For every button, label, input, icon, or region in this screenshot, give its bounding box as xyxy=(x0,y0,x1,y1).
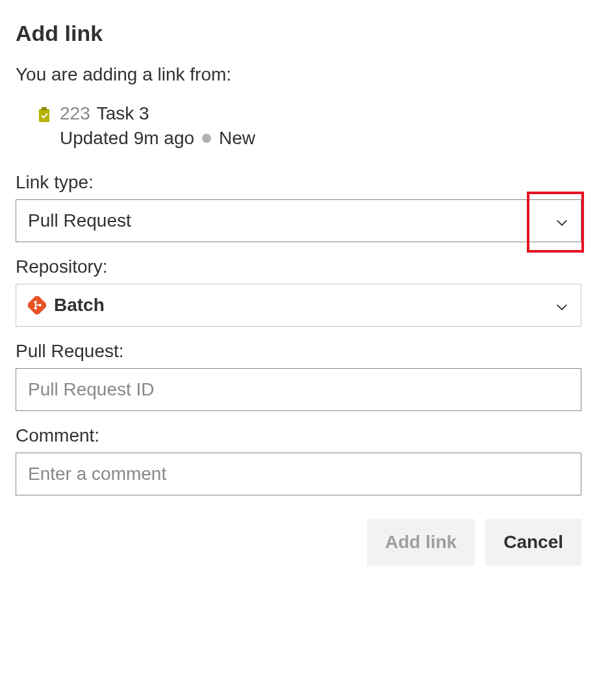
dialog-subtitle: You are adding a link from: xyxy=(16,64,581,85)
add-link-button[interactable]: Add link xyxy=(367,519,475,566)
state-dot-icon xyxy=(202,134,211,143)
repository-value: Batch xyxy=(54,295,105,316)
dialog-buttons: Add link Cancel xyxy=(16,519,581,566)
work-item-meta: Updated 9m ago New xyxy=(60,128,255,149)
repository-field: Repository: Batch xyxy=(16,256,581,327)
task-clipboard-icon xyxy=(36,107,52,123)
pull-request-input[interactable] xyxy=(16,368,581,411)
link-type-select[interactable]: Pull Request xyxy=(16,199,581,242)
chevron-down-icon xyxy=(555,298,569,312)
pull-request-field: Pull Request: xyxy=(16,341,581,411)
repository-label: Repository: xyxy=(16,256,581,277)
work-item-summary: 223 Task 3 Updated 9m ago New xyxy=(16,103,581,149)
work-item-updated: Updated 9m ago xyxy=(60,128,194,149)
comment-label: Comment: xyxy=(16,425,581,446)
work-item-title: Task 3 xyxy=(97,103,149,124)
pull-request-label: Pull Request: xyxy=(16,341,581,362)
link-type-field: Link type: Pull Request xyxy=(16,172,581,242)
dialog-title: Add link xyxy=(16,21,581,46)
link-type-value: Pull Request xyxy=(28,210,131,231)
work-item-id: 223 xyxy=(60,103,90,124)
work-item-state: New xyxy=(219,128,255,149)
git-repo-icon xyxy=(28,296,46,314)
svg-rect-0 xyxy=(39,109,49,122)
comment-input[interactable] xyxy=(16,453,581,495)
link-type-label: Link type: xyxy=(16,172,581,193)
cancel-button[interactable]: Cancel xyxy=(485,519,581,566)
comment-field: Comment: xyxy=(16,425,581,495)
work-item-header: 223 Task 3 xyxy=(60,103,255,124)
svg-rect-1 xyxy=(42,107,47,110)
repository-select[interactable]: Batch xyxy=(16,284,581,327)
chevron-down-icon xyxy=(555,214,569,228)
work-item-content: 223 Task 3 Updated 9m ago New xyxy=(60,103,255,149)
